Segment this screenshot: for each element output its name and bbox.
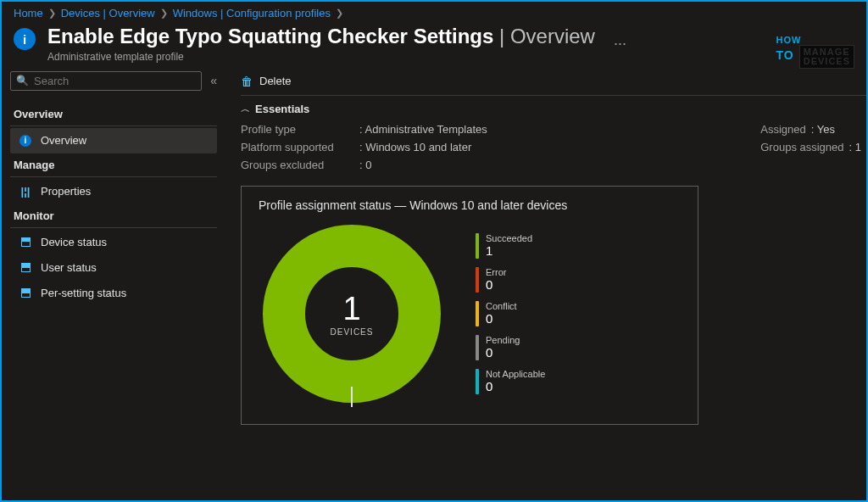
essentials-value: : Yes [811,123,835,136]
essentials-value: : 1 [849,141,861,153]
legend-value: 0 [486,379,545,393]
page-title: Enable Edge Typo Squatting Checker Setti… [47,25,595,49]
sidebar-item-per-setting-status[interactable]: Per-setting status [10,281,217,306]
chart-title: Profile assignment status — Windows 10 a… [259,198,681,212]
sidebar-item-label: User status [41,261,97,274]
page-subtitle: Administrative template profile [47,51,595,63]
sidebar-item-label: Per-setting status [41,287,126,299]
essentials-row: Assigned: Yes [760,120,861,138]
chevron-right-icon: ❯ [48,8,56,19]
search-input-wrapper[interactable]: 🔍 [10,71,202,91]
legend-value: 0 [486,345,520,360]
toolbar: 🗑 Delete [241,71,866,96]
collapse-sidebar-button[interactable]: « [210,74,217,87]
legend-label: Not Applicable [486,369,545,379]
main-content: 🗑 Delete ︿ Essentials Profile type: Admi… [225,71,866,492]
sidebar-section-header: Overview [10,103,217,126]
essentials-row: Groups excluded: 0 [241,156,487,174]
title-main: Enable Edge Typo Squatting Checker Setti… [47,25,493,47]
chevron-right-icon: ❯ [336,8,343,19]
legend-color-bar [476,233,479,259]
essentials-value: : Administrative Templates [359,123,487,136]
essentials-heading: Essentials [255,103,309,115]
essentials-value: : Windows 10 and later [359,141,471,153]
donut-center-value: 1 [342,291,360,327]
legend-color-bar [476,267,479,293]
legend-item-succeeded: Succeeded1 [476,233,545,259]
sidebar-item-label: Overview [41,134,86,147]
donut-chart: 1 DEVICES [259,220,445,407]
legend-color-bar [476,369,479,394]
legend-label: Conflict [486,301,517,311]
legend-item-conflict: Conflict0 [476,301,545,326]
overview-icon: i [19,134,32,148]
essentials-row: Platform supported: Windows 10 and later [241,138,487,156]
sidebar-item-overview[interactable]: iOverview [10,128,217,153]
chart-legend: Succeeded1Error0Conflict0Pending0Not App… [476,233,545,394]
info-icon: i [14,28,36,50]
sidebar-item-label: Properties [41,185,91,198]
monitor-icon [19,261,32,275]
sidebar-item-properties[interactable]: |¦|Properties [10,179,217,204]
sidebar-item-label: Device status [41,236,107,248]
page-header: i Enable Edge Typo Squatting Checker Set… [2,21,866,71]
legend-label: Error [486,267,506,277]
essentials-row: Profile type: Administrative Templates [241,120,487,138]
legend-value: 0 [486,277,506,292]
props-icon: |¦| [19,185,32,198]
sidebar: 🔍 « OverviewiOverviewManage|¦|Properties… [2,71,225,492]
sidebar-item-user-status[interactable]: User status [10,255,217,281]
search-input[interactable] [34,75,196,87]
essentials-label: Profile type [241,123,359,136]
chevron-up-icon: ︿ [241,103,250,115]
more-actions-button[interactable]: ··· [607,35,633,53]
sidebar-section-header: Manage [10,153,217,177]
essentials-value: : 0 [359,159,371,171]
legend-item-not-applicable: Not Applicable0 [476,369,545,394]
breadcrumb-link[interactable]: Windows | Configuration profiles [173,7,331,20]
breadcrumb: Home ❯ Devices | Overview ❯ Windows | Co… [2,2,866,21]
essentials-label: Platform supported [241,141,359,153]
essentials-row: Groups assigned: 1 [760,138,861,156]
legend-label: Succeeded [486,233,532,243]
essentials-label: Groups assigned [760,141,843,153]
legend-label: Pending [486,335,520,345]
breadcrumb-link[interactable]: Home [14,7,43,20]
legend-color-bar [476,301,479,326]
delete-icon[interactable]: 🗑 [241,75,253,88]
legend-value: 0 [486,311,517,326]
breadcrumb-link[interactable]: Devices | Overview [61,7,155,20]
essentials-label: Groups excluded [241,159,359,171]
donut-center-label: DEVICES [331,327,374,337]
legend-color-bar [476,335,479,360]
delete-button[interactable]: Delete [259,75,292,87]
sidebar-section-header: Monitor [10,204,217,228]
title-suffix: | Overview [499,25,595,47]
chevron-right-icon: ❯ [160,8,168,19]
watermark-logo: HOW TO MANAGEDEVICES [776,36,854,69]
search-icon: 🔍 [16,75,29,86]
essentials-grid: Profile type: Administrative TemplatesPl… [241,120,866,174]
legend-item-error: Error0 [476,267,545,293]
legend-value: 1 [486,243,532,258]
essentials-toggle[interactable]: ︿ Essentials [241,96,866,120]
assignment-status-card: Profile assignment status — Windows 10 a… [241,186,698,425]
legend-item-pending: Pending0 [476,335,545,360]
essentials-label: Assigned [760,123,805,136]
sidebar-item-device-status[interactable]: Device status [10,230,217,255]
monitor-icon [19,236,32,249]
monitor-icon [19,287,32,300]
